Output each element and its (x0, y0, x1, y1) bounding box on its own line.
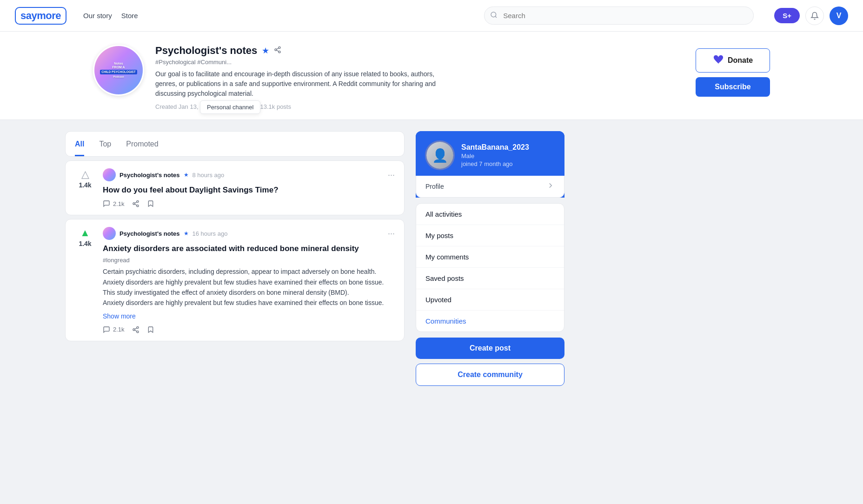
channel-title: Psychologist's notes (155, 45, 257, 57)
post-more-button[interactable]: ··· (388, 170, 395, 180)
main-content: All Top Promoted △ 1.4k Psychologist's n… (0, 120, 863, 397)
notifications-button[interactable] (805, 7, 824, 25)
user-info: SantaBanana_2023 Male joined 7 month ago (461, 143, 529, 167)
search-icon (490, 11, 498, 20)
sidebar-my-comments[interactable]: My comments (416, 246, 564, 268)
tab-top[interactable]: Top (99, 132, 111, 156)
post-time: 8 hours ago (193, 172, 225, 179)
tab-promoted[interactable]: Promoted (126, 132, 158, 156)
comments-action[interactable]: 2.1k (103, 326, 125, 333)
sidebar-menu: All activities My posts My comments Save… (416, 203, 564, 332)
vote-count: 1.4k (79, 181, 91, 189)
post-title: How do you feel about Daylight Savings T… (103, 185, 395, 195)
post-card: ▲ 1.4k Psychologist's notes ★ 16 hours a… (65, 219, 405, 341)
svg-point-12 (137, 326, 139, 328)
share-action[interactable] (132, 326, 139, 333)
post-actions: 2.1k (103, 326, 395, 333)
personal-channel-tooltip: Personal channel (200, 100, 260, 114)
show-more-link[interactable]: Show more (103, 312, 136, 320)
svg-line-6 (277, 48, 279, 49)
svg-point-14 (137, 331, 139, 332)
svg-line-1 (495, 16, 497, 18)
comments-count: 2.1k (113, 200, 125, 207)
channel-title-row: Psychologist's notes ★ (155, 45, 684, 57)
logo-text[interactable]: saymore (15, 7, 66, 25)
posts-area: All Top Promoted △ 1.4k Psychologist's n… (65, 131, 405, 341)
svg-line-5 (277, 50, 279, 52)
sidebar-my-posts[interactable]: My posts (416, 225, 564, 246)
post-body: Psychologist's notes ★ 16 hours ago ··· … (103, 227, 395, 333)
post-tag: #longread (103, 257, 395, 264)
svg-point-2 (279, 46, 280, 48)
svg-point-9 (137, 205, 139, 207)
post-meta: Psychologist's notes ★ 16 hours ago ··· (103, 227, 395, 240)
share-action[interactable] (132, 200, 139, 207)
donate-button[interactable]: Donate (696, 48, 770, 73)
user-card-bottom: Profile (416, 176, 564, 198)
search-bar (484, 7, 754, 25)
post-channel-name: Psychologist's notes (119, 172, 180, 179)
nav-store[interactable]: Store (121, 12, 138, 20)
svg-point-3 (275, 49, 277, 51)
channel-header: Notes FROM A CHILD PSYCHOLOGIST Podcast … (0, 32, 863, 120)
profile-link[interactable]: Profile (425, 183, 444, 190)
post-actions: 2.1k (103, 200, 395, 207)
post-verified-icon: ★ (184, 172, 189, 178)
create-post-button[interactable]: Create post (416, 338, 564, 359)
user-card: 👤 SantaBanana_2023 Male joined 7 month a… (416, 131, 564, 198)
vote-count: 1.4k (79, 240, 91, 247)
search-input[interactable] (484, 7, 754, 25)
tab-all[interactable]: All (75, 132, 84, 156)
s-plus-button[interactable]: S+ (774, 8, 800, 23)
user-avatar-image: 👤 (426, 142, 453, 169)
upvote-icon[interactable]: △ (81, 169, 89, 179)
channel-actions: Donate Subscribe (696, 45, 770, 97)
post-channel-avatar (103, 168, 116, 181)
profile-arrow-icon[interactable] (546, 181, 555, 192)
user-avatar: 👤 (425, 140, 455, 170)
header: saymore Our story Store S+ V (0, 0, 863, 32)
svg-line-15 (134, 330, 137, 332)
bookmark-action[interactable] (147, 200, 154, 207)
user-card-top: 👤 SantaBanana_2023 Male joined 7 month a… (416, 131, 564, 176)
post-time: 16 hours ago (193, 230, 228, 237)
user-avatar-button[interactable]: V (830, 7, 848, 25)
bookmark-action[interactable] (147, 326, 154, 333)
svg-line-16 (134, 328, 137, 329)
post-text: Certain psychiatric disorders, including… (103, 266, 395, 308)
svg-point-7 (137, 200, 139, 202)
subscribe-button[interactable]: Subscribe (696, 77, 770, 97)
channel-avatar: Notes FROM A CHILD PSYCHOLOGIST Podcast (93, 45, 144, 96)
svg-point-8 (133, 203, 135, 205)
sidebar-communities[interactable]: Communities (416, 311, 564, 332)
post-card: △ 1.4k Psychologist's notes ★ 8 hours ag… (65, 160, 405, 215)
post-channel-avatar (103, 227, 116, 240)
post-title: Anxiety disorders are associated with re… (103, 244, 395, 254)
post-meta: Psychologist's notes ★ 8 hours ago ··· (103, 168, 395, 181)
channel-tags: #Psychological #Communi... (155, 59, 684, 66)
svg-line-11 (134, 202, 137, 203)
tabs: All Top Promoted (65, 131, 405, 157)
vote-column: △ 1.4k (75, 168, 95, 207)
channel-description: Our goal is to facilitate and encourage … (155, 69, 453, 99)
verified-icon: ★ (262, 46, 269, 56)
sidebar-upvoted[interactable]: Upvoted (416, 289, 564, 311)
sidebar-saved-posts[interactable]: Saved posts (416, 268, 564, 289)
upvote-icon[interactable]: ▲ (80, 228, 90, 238)
post-more-button[interactable]: ··· (388, 229, 395, 239)
user-gender: Male (461, 153, 529, 159)
comments-action[interactable]: 2.1k (103, 200, 125, 207)
nav-our-story[interactable]: Our story (83, 12, 112, 20)
header-actions: S+ V (774, 7, 848, 25)
donate-label: Donate (728, 56, 753, 65)
sidebar-all-activities[interactable]: All activities (416, 204, 564, 225)
logo[interactable]: saymore (15, 7, 66, 25)
post-channel-name: Psychologist's notes (119, 230, 180, 237)
comments-count: 2.1k (113, 326, 125, 333)
donate-heart-icon (713, 54, 724, 66)
post-body: Psychologist's notes ★ 8 hours ago ··· H… (103, 168, 395, 207)
svg-point-4 (279, 51, 280, 53)
create-community-button[interactable]: Create community (416, 364, 564, 386)
channel-avatar-image: Notes FROM A CHILD PSYCHOLOGIST Podcast (94, 46, 143, 94)
share-icon[interactable] (274, 46, 281, 55)
